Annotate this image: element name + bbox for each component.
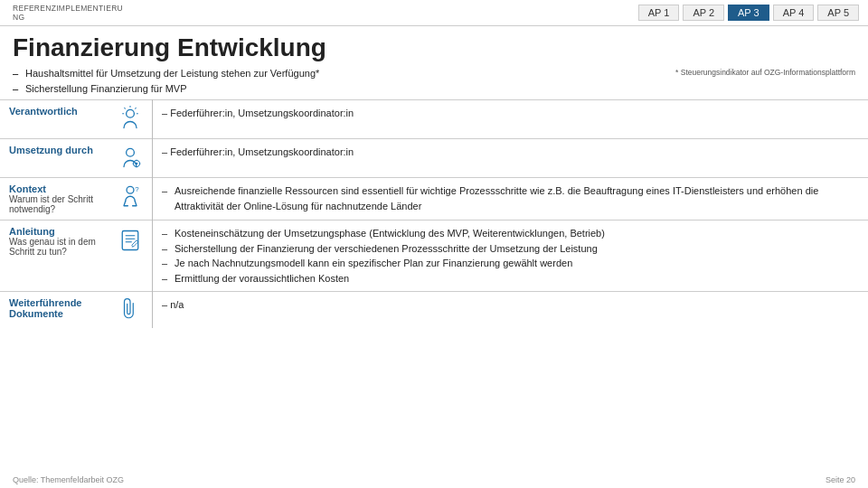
tab-ap5[interactable]: AP 5 [817,5,859,21]
content-verantwortlich: – Federführer:in, Umsetzungskoordinator:… [153,100,869,139]
footer-source: Quelle: Themenfeldarbeit OZG [13,475,124,484]
label-verantwortlich: Verantwortlich [0,100,108,139]
top-bar: REFERENZIMPLEMENTIERU NG AP 1 AP 2 AP 3 … [0,0,868,26]
footnote: * Steuerungsindikator auf OZG-Informatio… [675,68,855,82]
label-anleitung: Anleitung Was genau ist in dem Schritt z… [0,221,108,292]
tab-ap3[interactable]: AP 3 [728,5,769,21]
svg-point-0 [127,110,135,118]
svg-rect-15 [122,231,138,250]
footer-page: Seite 20 [826,475,855,484]
label-kontext: Kontext Warum ist der Schritt notwendig? [0,178,108,221]
label-dokumente: Weiterführende Dokumente [0,292,108,329]
svg-point-6 [127,149,135,157]
icon-dokumente [108,292,153,329]
intro-bullet-1: – Haushaltsmittel für Umsetzung der Leis… [13,66,319,81]
content-dokumente: – n/a [153,292,869,329]
svg-point-13 [127,187,134,194]
page-title: Finanzierung Entwicklung [0,26,868,66]
footer: Quelle: Themenfeldarbeit OZG Seite 20 [13,475,855,484]
row-verantwortlich: Verantwortlich – Federführer:in, Umsetzu… [0,100,868,139]
intro-bullet-2: – Sicherstellung Finanzierung für MVP [13,81,319,97]
icon-anleitung [108,221,153,292]
icon-umsetzung [108,139,153,178]
svg-line-2 [135,108,136,109]
content-kontext: Ausreichende finanzielle Ressourcen sind… [153,178,869,221]
icon-verantwortlich [108,100,153,139]
svg-line-3 [124,108,125,109]
row-dokumente: Weiterführende Dokumente – n/a [0,292,868,329]
svg-point-8 [136,163,138,165]
ap-tabs: AP 1 AP 2 AP 3 AP 4 AP 5 [638,5,859,21]
content-anleitung: Kosteneinschätzung der Umsetzungsphase (… [153,221,869,292]
row-anleitung: Anleitung Was genau ist in dem Schritt z… [0,221,868,292]
row-kontext: Kontext Warum ist der Schritt notwendig?… [0,178,868,221]
tab-ap4[interactable]: AP 4 [773,5,815,21]
intro-bullets: – Haushaltsmittel für Umsetzung der Leis… [13,66,319,96]
content-umsetzung: – Federführer:in, Umsetzungskoordinator:… [153,139,869,178]
tab-ap1[interactable]: AP 1 [638,5,680,21]
svg-text:?: ? [135,185,139,193]
tab-ap2[interactable]: AP 2 [683,5,724,21]
content-table: Verantwortlich – Federführer:in, Umsetzu… [0,99,868,328]
label-umsetzung: Umsetzung durch [0,139,108,178]
row-umsetzung: Umsetzung durch – Federführer:in, Umsetz… [0,139,868,178]
icon-kontext: ? [108,178,153,221]
header-title: REFERENZIMPLEMENTIERU NG [13,4,123,22]
